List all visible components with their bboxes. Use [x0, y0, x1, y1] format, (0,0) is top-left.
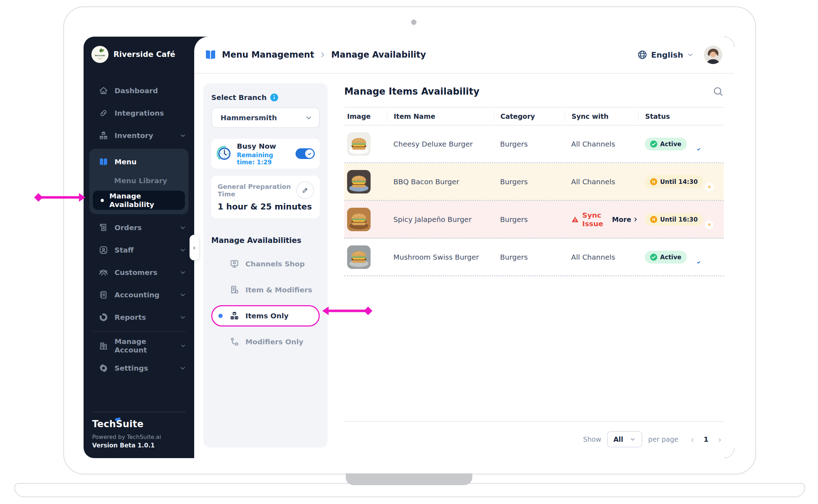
main-area: Menu Management Manage Availability Engl…: [194, 37, 734, 458]
doc-modifiers-icon: [229, 285, 240, 295]
monitor-shop-icon: [229, 259, 240, 269]
item-name: BBQ Bacon Burger: [387, 177, 494, 186]
sync-with-value: All Channels: [571, 253, 615, 261]
chevron-right-icon: [319, 51, 326, 58]
sidebar-collapse-button[interactable]: ‹: [190, 235, 199, 260]
people-icon: [99, 267, 108, 277]
main-body: Select Branch Hammersmith: [194, 74, 734, 458]
prep-time-value: 1 hour & 25 minutes: [218, 202, 313, 211]
chevron-down-icon: [305, 114, 313, 122]
selected-dot-slot: [218, 314, 223, 318]
select-branch-label: Select Branch: [211, 93, 267, 102]
next-page-icon[interactable]: ›: [718, 435, 722, 444]
busy-now-toggle[interactable]: [296, 148, 315, 159]
building-icon: [99, 341, 108, 351]
sidebar-item-staff[interactable]: Staff: [84, 239, 194, 261]
item-category: Burgers: [494, 140, 565, 148]
sidebar-item-manage-availability[interactable]: Manage Availability: [93, 191, 185, 210]
toggle-knob-pause-icon: [705, 183, 713, 191]
sidebar-item-accounting[interactable]: Accounting: [84, 283, 194, 306]
busy-now-title: Busy Now: [237, 142, 291, 150]
chevron-down-icon: [179, 365, 186, 372]
status-badge: Active: [645, 138, 687, 150]
status-badge: Until 16:30: [645, 213, 703, 226]
table-row: Mushroom Swiss Burger Burgers All Channe…: [344, 239, 724, 276]
status-cell: Active: [638, 251, 701, 264]
sidebar-item-reports[interactable]: Reports: [84, 306, 194, 328]
sync-issue-label: Sync Issue: [582, 211, 609, 228]
version-text: Version Beta 1.0.1: [92, 442, 186, 449]
select-branch-label-row: Select Branch: [211, 93, 320, 102]
page-size-value: All: [614, 435, 623, 443]
prev-page-icon[interactable]: ‹: [690, 435, 694, 444]
sidebar-item-inventory[interactable]: Inventory: [84, 124, 194, 147]
breadcrumb: Menu Management Manage Availability: [204, 48, 426, 61]
pause-circle-icon: [650, 178, 657, 185]
brand: Riverside - Café - Riverside Café: [84, 37, 194, 63]
language-label: English: [651, 51, 683, 59]
items-boxes-icon: [229, 311, 240, 321]
header-right: English: [637, 46, 722, 64]
brand-name: Riverside Café: [113, 50, 175, 59]
sidebar-item-dashboard[interactable]: Dashboard: [84, 79, 194, 102]
chevron-down-icon: [179, 291, 186, 298]
sidebar-item-integrations[interactable]: Integrations: [84, 102, 194, 124]
chevron-right-icon: [633, 217, 638, 222]
svg-text:Riverside: Riverside: [95, 54, 105, 57]
availability-tab-items-only[interactable]: Items Only: [211, 305, 320, 327]
item-photo: [347, 208, 371, 231]
column-header-category: Category: [494, 111, 565, 121]
donut-chart-icon: [99, 312, 108, 322]
column-header-status: Status: [638, 111, 701, 121]
link-icon: [99, 108, 108, 118]
toggle-knob-check-icon: [305, 149, 314, 158]
branch-select[interactable]: Hammersmith: [211, 107, 320, 128]
item-category: Burgers: [494, 253, 565, 261]
availability-tab-modifiers-only[interactable]: Modifiers Only: [211, 331, 320, 352]
content-title-row: Manage Items Availability: [344, 86, 724, 97]
user-avatar[interactable]: [704, 46, 722, 64]
sidebar-item-settings[interactable]: Settings: [84, 357, 194, 379]
sidebar-footer: TechSuite Powered by TechSuite.ai Versio…: [84, 405, 194, 458]
page-size-select[interactable]: All: [607, 431, 643, 447]
busy-now-remaining: Remaining time: 1:29: [237, 152, 291, 166]
sidebar-item-menu-library[interactable]: Menu Library: [89, 171, 188, 190]
sidebar-item-menu[interactable]: Menu: [89, 152, 188, 171]
edit-prep-time-button[interactable]: [296, 181, 314, 199]
sidebar-item-label: Manage Availability: [110, 192, 185, 209]
availability-tab-channels-shop[interactable]: Channels Shop: [211, 253, 320, 275]
item-photo: [347, 132, 371, 156]
check-circle-icon: [650, 140, 657, 148]
chevron-down-icon: [179, 132, 186, 139]
sync-issue-more-link[interactable]: More: [612, 216, 638, 223]
warning-triangle-icon: [571, 216, 579, 223]
sidebar-item-label: Customers: [115, 268, 157, 277]
item-photo: [347, 170, 371, 193]
sidebar-item-customers[interactable]: Customers: [84, 261, 194, 283]
sync-with-cell: Sync Issue More: [565, 211, 638, 228]
busy-now-card: Busy Now Remaining time: 1:29: [211, 139, 320, 169]
item-name: Spicy Jalapeño Burger: [387, 215, 494, 224]
branch-select-value: Hammersmith: [221, 113, 277, 122]
item-photo: [347, 245, 371, 269]
riverside-cafe-logo-icon: Riverside - Café -: [91, 46, 108, 63]
sidebar-item-label: Manage Account: [115, 337, 174, 354]
chevron-down-icon: [179, 224, 186, 231]
info-icon[interactable]: [270, 94, 278, 101]
home-icon: [99, 86, 108, 96]
techsuite-logo: TechSuite: [92, 419, 144, 429]
sidebar-item-orders[interactable]: Orders: [84, 216, 194, 239]
sidebar-item-label: Inventory: [115, 131, 153, 140]
search-icon[interactable]: [712, 86, 724, 97]
language-selector[interactable]: English: [637, 49, 694, 60]
image-cell: [344, 208, 387, 231]
sidebar-item-label: Orders: [115, 223, 142, 232]
sidebar-item-manage-account[interactable]: Manage Account: [84, 334, 194, 357]
chevron-down-icon: [630, 436, 636, 442]
menu-book-icon: [204, 48, 217, 61]
pause-circle-icon: [650, 216, 657, 223]
sidebar-item-label: Accounting: [115, 291, 159, 299]
availability-tab-item-and-modifiers[interactable]: Item & Modifiers: [211, 279, 320, 301]
sync-with-cell: All Channels: [565, 253, 638, 261]
breadcrumb-menu-management[interactable]: Menu Management: [222, 50, 314, 60]
